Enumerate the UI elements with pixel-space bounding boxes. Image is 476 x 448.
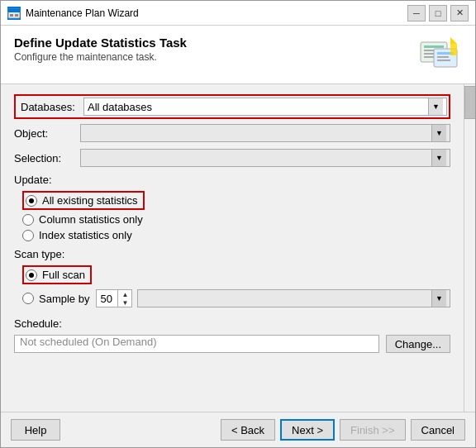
spin-up-arrow[interactable]: ▲ xyxy=(118,290,131,298)
footer: Help < Back Next > Finish >> Cancel xyxy=(1,412,475,447)
databases-row: Databases: All databases ▼ xyxy=(14,94,450,119)
scan-label: Scan type: xyxy=(14,248,450,260)
main-content: Databases: All databases ▼ Object: ▼ xyxy=(1,84,464,412)
update-label: Update: xyxy=(14,174,450,186)
svg-rect-2 xyxy=(10,14,13,17)
selection-dropdown-arrow[interactable]: ▼ xyxy=(431,150,446,166)
schedule-input: Not scheduled (On Demand) xyxy=(14,335,379,353)
sample-unit-dropdown[interactable]: ▼ xyxy=(137,289,450,307)
radio-all-label: All existing statistics xyxy=(42,194,138,207)
sample-unit-arrow[interactable]: ▼ xyxy=(431,290,446,307)
schedule-label: Schedule: xyxy=(14,317,450,330)
svg-rect-1 xyxy=(8,9,20,12)
radio-full-border: Full scan xyxy=(22,265,92,284)
page-subtitle: Configure the maintenance task. xyxy=(14,51,187,63)
radio-column[interactable] xyxy=(22,214,34,226)
scrollbar[interactable] xyxy=(464,84,475,412)
radio-sample-label: Sample by xyxy=(39,293,89,305)
databases-dropdown-arrow[interactable]: ▼ xyxy=(428,98,443,115)
sample-value[interactable]: 50 xyxy=(97,293,117,305)
svg-rect-14 xyxy=(450,44,457,55)
page-title: Define Update Statistics Task xyxy=(14,36,187,50)
minimize-button[interactable]: ─ xyxy=(407,5,426,21)
header-text: Define Update Statistics Task Configure … xyxy=(14,36,187,63)
object-row: Object: ▼ xyxy=(14,124,450,142)
schedule-section: Schedule: Not scheduled (On Demand) Chan… xyxy=(14,317,450,353)
svg-rect-11 xyxy=(437,56,449,58)
radio-item-all: All existing statistics xyxy=(22,191,450,210)
selection-label: Selection: xyxy=(14,152,80,164)
radio-sample[interactable] xyxy=(22,293,34,304)
spin-down-arrow[interactable]: ▼ xyxy=(118,298,131,307)
svg-marker-13 xyxy=(450,37,457,44)
svg-rect-12 xyxy=(437,60,450,61)
title-bar-controls: ─ □ ✕ xyxy=(407,5,469,21)
back-button[interactable]: < Back xyxy=(221,419,275,441)
scan-section: Scan type: Full scan Sample by xyxy=(14,248,450,307)
radio-item-column: Column statistics only xyxy=(22,213,450,226)
change-button[interactable]: Change... xyxy=(386,335,450,353)
databases-dropdown[interactable]: All databases ▼ xyxy=(83,98,447,116)
radio-full-scan[interactable] xyxy=(26,269,37,281)
update-radio-group: All existing statistics Column statistic… xyxy=(14,191,450,241)
object-dropdown[interactable]: ▼ xyxy=(80,124,450,142)
object-control: ▼ xyxy=(80,124,450,142)
title-bar-text: Maintenance Plan Wizard xyxy=(26,7,407,19)
spinbox-arrows: ▲ ▼ xyxy=(117,290,131,307)
radio-item-full: Full scan xyxy=(22,265,450,284)
selection-dropdown[interactable]: ▼ xyxy=(80,149,450,167)
finish-button[interactable]: Finish >> xyxy=(340,419,405,441)
scan-radio-group: Full scan Sample by 50 ▲ ▼ xyxy=(14,265,450,307)
next-button[interactable]: Next > xyxy=(280,419,335,441)
header-section: Define Update Statistics Task Configure … xyxy=(1,26,475,84)
title-bar: Maintenance Plan Wizard ─ □ ✕ xyxy=(1,1,475,26)
sample-spinbox[interactable]: 50 ▲ ▼ xyxy=(96,289,132,307)
radio-index[interactable] xyxy=(22,230,34,241)
help-button[interactable]: Help xyxy=(11,419,60,441)
databases-value: All databases xyxy=(88,101,428,113)
databases-label: Databases: xyxy=(17,101,83,113)
radio-all-border: All existing statistics xyxy=(22,191,145,210)
radio-full-label: Full scan xyxy=(42,269,85,281)
svg-rect-5 xyxy=(424,45,444,48)
scan-row-sample: Sample by 50 ▲ ▼ ▼ xyxy=(22,289,450,307)
object-dropdown-arrow[interactable]: ▼ xyxy=(431,125,446,141)
content-area: Databases: All databases ▼ Object: ▼ xyxy=(1,84,475,412)
schedule-row: Not scheduled (On Demand) Change... xyxy=(14,335,450,353)
footer-left: Help xyxy=(11,419,60,441)
window: Maintenance Plan Wizard ─ □ ✕ Define Upd… xyxy=(0,0,476,448)
close-button[interactable]: ✕ xyxy=(450,5,469,21)
radio-all-existing[interactable] xyxy=(26,195,37,207)
cancel-button[interactable]: Cancel xyxy=(411,419,465,441)
object-label: Object: xyxy=(14,127,80,140)
selection-control: ▼ xyxy=(80,149,450,167)
window-icon xyxy=(7,7,21,20)
footer-right: < Back Next > Finish >> Cancel xyxy=(60,419,465,441)
svg-rect-3 xyxy=(15,14,18,17)
update-section: Update: All existing statistics Column s… xyxy=(14,174,450,241)
radio-item-index: Index statistics only xyxy=(22,229,450,241)
schedule-value: Not scheduled (On Demand) xyxy=(20,336,156,348)
radio-column-label: Column statistics only xyxy=(39,213,143,226)
maximize-button[interactable]: □ xyxy=(429,5,447,21)
header-icon xyxy=(419,36,462,75)
selection-row: Selection: ▼ xyxy=(14,149,450,167)
radio-index-label: Index statistics only xyxy=(39,229,132,241)
